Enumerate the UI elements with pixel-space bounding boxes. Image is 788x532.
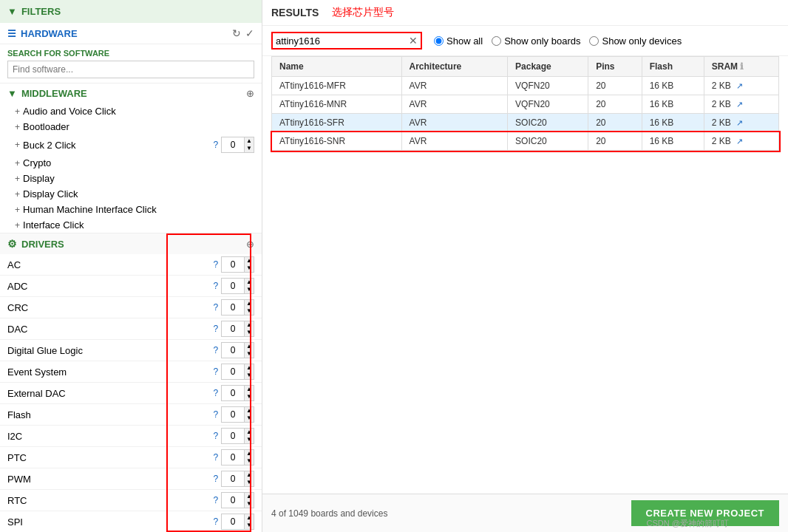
crc-input[interactable] [222, 301, 244, 313]
hardware-refresh-btn[interactable]: ↻ [232, 27, 241, 39]
driver-label: PTC [7, 452, 27, 463]
ac-down[interactable]: ▼ [244, 265, 254, 272]
ptc-input[interactable] [222, 451, 244, 463]
table-row-sfr[interactable]: ATtiny1616-SFR AVR SOIC20 20 16 KB 2 KB … [272, 114, 779, 132]
ext-link-icon[interactable]: ↗ [736, 81, 743, 90]
driver-label: I2C [7, 431, 22, 442]
help-icon[interactable]: ? [213, 140, 218, 150]
middleware-item-display[interactable]: + Display [0, 171, 262, 186]
ptc-up[interactable]: ▲ [244, 450, 254, 457]
radio-show-all-input[interactable] [434, 36, 444, 46]
cell-package: VQFN20 [508, 77, 588, 95]
ext-link-icon[interactable]: ↗ [736, 100, 743, 109]
buck-spin-down[interactable]: ▼ [244, 145, 254, 152]
pwm-up[interactable]: ▲ [244, 471, 254, 479]
help-icon[interactable]: ? [213, 452, 218, 463]
help-icon[interactable]: ? [213, 345, 218, 355]
crc-down[interactable]: ▼ [244, 307, 254, 315]
sram-info-icon[interactable]: ℹ [740, 61, 744, 72]
buck-number-input[interactable] [222, 139, 244, 151]
eventsys-down[interactable]: ▼ [244, 372, 254, 379]
table-row[interactable]: ATtiny1616-MNR AVR VQFN20 20 16 KB 2 KB … [272, 95, 779, 114]
middleware-item-crypto[interactable]: + Crypto [0, 155, 262, 171]
rtc-input[interactable] [222, 494, 244, 506]
help-icon[interactable]: ? [213, 259, 218, 270]
dac-up[interactable]: ▲ [244, 321, 254, 329]
dac-down[interactable]: ▼ [244, 329, 254, 336]
search-input[interactable] [7, 61, 254, 78]
spi-input[interactable] [222, 516, 244, 528]
flash-up[interactable]: ▲ [244, 407, 254, 415]
middleware-item-bootloader[interactable]: + Bootloader [0, 119, 262, 134]
eventsys-up[interactable]: ▲ [244, 364, 254, 372]
flash-down[interactable]: ▼ [244, 415, 254, 422]
help-icon[interactable]: ? [213, 388, 218, 398]
adc-up[interactable]: ▲ [244, 279, 254, 286]
radio-boards-input[interactable] [492, 36, 501, 46]
plus-icon: + [15, 140, 20, 150]
cell-pins: 20 [588, 95, 642, 114]
help-icon[interactable]: ? [213, 409, 218, 420]
i2c-down[interactable]: ▼ [244, 436, 254, 443]
results-title: RESULTS [271, 7, 319, 18]
rtc-down[interactable]: ▼ [244, 500, 254, 508]
help-icon[interactable]: ? [213, 366, 218, 377]
help-icon[interactable]: ? [213, 495, 218, 505]
radio-devices-input[interactable] [589, 36, 599, 46]
ext-link-icon[interactable]: ↗ [736, 118, 743, 127]
pwm-down[interactable]: ▼ [244, 479, 254, 486]
radio-boards[interactable]: Show only boards [492, 35, 580, 47]
middleware-item-hmi[interactable]: + Human Machine Interface Click [0, 202, 262, 217]
ptc-down[interactable]: ▼ [244, 457, 254, 465]
driver-label: CRC [7, 302, 28, 313]
i2c-input[interactable] [222, 430, 244, 442]
middleware-item-display-click[interactable]: + Display Click [0, 186, 262, 202]
driver-label: RTC [7, 495, 27, 506]
table-row-snr[interactable]: ATtiny1616-SNR AVR SOIC20 20 16 KB 2 KB … [272, 132, 779, 151]
driver-label: Digital Glue Logic [7, 345, 83, 356]
rtc-up[interactable]: ▲ [244, 493, 254, 500]
dac-input[interactable] [222, 323, 244, 335]
extdac-up[interactable]: ▲ [244, 386, 254, 393]
hardware-check-btn[interactable]: ✓ [245, 27, 254, 39]
cell-sram: 2 KB ↗ [704, 77, 778, 95]
extdac-input[interactable] [222, 387, 244, 399]
col-flash: Flash [642, 57, 704, 77]
dgl-input[interactable] [222, 344, 244, 356]
help-icon[interactable]: ? [213, 516, 218, 527]
dgl-down[interactable]: ▼ [244, 350, 254, 358]
help-icon[interactable]: ? [213, 431, 218, 441]
flash-input[interactable] [222, 409, 244, 420]
col-name: Name [272, 57, 402, 77]
spi-up[interactable]: ▲ [244, 514, 254, 522]
ext-link-icon[interactable]: ↗ [736, 137, 743, 146]
middleware-item-interface[interactable]: + Interface Click [0, 217, 262, 233]
spi-down[interactable]: ▼ [244, 522, 254, 529]
ac-input[interactable] [222, 259, 244, 270]
i2c-up[interactable]: ▲ [244, 429, 254, 436]
eventsys-input[interactable] [222, 366, 244, 378]
cell-sram: 2 KB ↗ [704, 132, 778, 151]
help-icon[interactable]: ? [213, 302, 218, 313]
crc-up[interactable]: ▲ [244, 300, 254, 307]
help-icon[interactable]: ? [213, 474, 218, 484]
ac-up[interactable]: ▲ [244, 257, 254, 265]
chip-search-clear-btn[interactable]: ✕ [409, 35, 418, 47]
middleware-expand-btn[interactable]: ⊕ [246, 88, 254, 99]
radio-devices[interactable]: Show only devices [589, 35, 682, 47]
adc-down[interactable]: ▼ [244, 286, 254, 293]
annotation-select-chip: 选择芯片型号 [332, 6, 394, 19]
help-icon[interactable]: ? [213, 324, 218, 334]
middleware-item-audio[interactable]: + Audio and Voice Click [0, 103, 262, 119]
drivers-expand-btn[interactable]: ⊕ [246, 239, 254, 250]
chip-search-input[interactable] [276, 35, 409, 47]
dgl-up[interactable]: ▲ [244, 343, 254, 350]
radio-show-all[interactable]: Show all [434, 35, 483, 47]
adc-input[interactable] [222, 280, 244, 292]
buck-spin-up[interactable]: ▲ [244, 137, 254, 145]
pwm-input[interactable] [222, 473, 244, 485]
help-icon[interactable]: ? [213, 281, 218, 291]
extdac-down[interactable]: ▼ [244, 393, 254, 400]
plus-icon: + [15, 189, 20, 200]
table-row[interactable]: ATtiny1616-MFR AVR VQFN20 20 16 KB 2 KB … [272, 77, 779, 95]
